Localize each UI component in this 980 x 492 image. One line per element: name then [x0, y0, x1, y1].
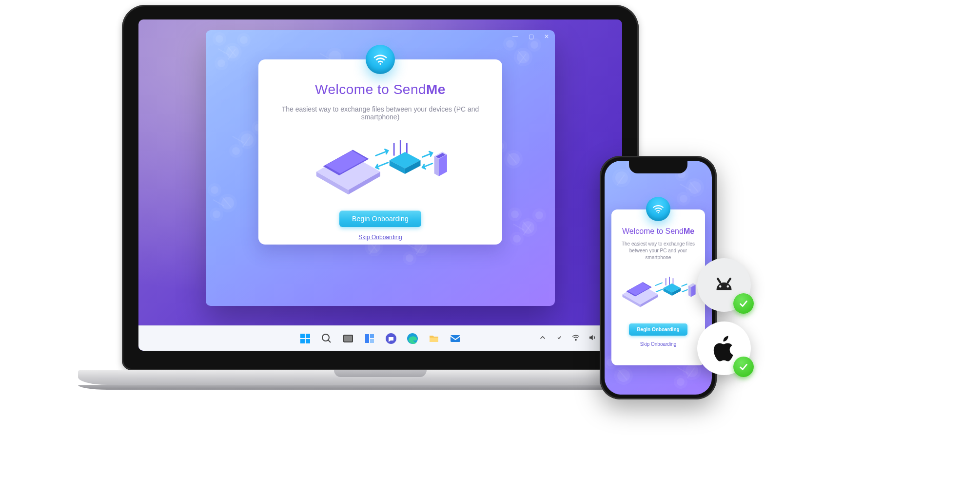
phone-screen: Welcome to SendMe The easiest way to exc…	[605, 161, 712, 395]
chat-icon[interactable]	[385, 332, 397, 345]
brand-thin: Send	[666, 227, 684, 235]
sendme-desktop-window: — ▢ ✕	[206, 30, 555, 306]
welcome-heading: Welcome to SendMe	[271, 82, 490, 97]
welcome-subtitle-mobile: The easiest way to exchange files betwee…	[617, 241, 699, 261]
svg-rect-26	[365, 334, 369, 343]
laptop-foot	[78, 385, 683, 390]
svg-rect-25	[344, 335, 353, 342]
svg-marker-15	[434, 156, 439, 176]
file-explorer-icon[interactable]	[428, 332, 440, 345]
laptop-screen: — ▢ ✕	[138, 19, 622, 351]
svg-rect-28	[370, 339, 374, 343]
task-view-icon[interactable]	[342, 332, 354, 345]
android-supported-badge	[697, 258, 751, 312]
onedrive-icon[interactable]	[555, 333, 564, 343]
heading-prefix: Welcome to	[622, 227, 666, 235]
svg-rect-32	[451, 335, 460, 342]
phone-notch	[629, 161, 687, 173]
wifi-tray-icon[interactable]	[571, 333, 580, 343]
svg-rect-27	[370, 334, 374, 338]
svg-point-22	[322, 334, 329, 341]
onboarding-card-mobile: Welcome to SendMe The easiest way to exc…	[611, 209, 705, 365]
svg-point-53	[726, 285, 729, 288]
start-icon[interactable]	[299, 332, 312, 345]
windows-taskbar	[138, 325, 622, 351]
laptop-lid: — ▢ ✕	[122, 5, 639, 370]
svg-rect-19	[306, 334, 310, 338]
window-maximize-button[interactable]: ▢	[527, 33, 535, 40]
svg-marker-50	[688, 285, 691, 297]
brand-bold: Me	[684, 227, 694, 235]
begin-onboarding-button-mobile[interactable]: Begin Onboarding	[629, 323, 687, 336]
svg-rect-21	[306, 339, 310, 343]
skip-onboarding-link-mobile[interactable]: Skip Onboarding	[617, 341, 699, 347]
transfer-illustration	[271, 131, 490, 204]
search-icon[interactable]	[320, 332, 333, 345]
tray-chevron-icon[interactable]	[538, 333, 547, 343]
check-icon	[733, 293, 754, 314]
wifi-icon	[366, 45, 395, 74]
svg-rect-20	[300, 339, 305, 343]
window-minimize-button[interactable]: —	[511, 33, 520, 40]
heading-prefix: Welcome to	[315, 82, 393, 97]
brand-bold: Me	[426, 82, 446, 97]
svg-line-55	[728, 279, 730, 283]
svg-point-52	[719, 285, 722, 288]
window-close-button[interactable]: ✕	[542, 33, 551, 40]
mail-icon[interactable]	[449, 332, 462, 345]
edge-icon[interactable]	[406, 332, 419, 345]
transfer-illustration-mobile	[617, 265, 699, 319]
welcome-subtitle: The easiest way to exchange files betwee…	[271, 105, 490, 121]
svg-point-37	[658, 212, 659, 213]
widgets-icon[interactable]	[363, 332, 376, 345]
laptop-mockup: — ▢ ✕	[122, 5, 639, 390]
brand-thin: Send	[393, 82, 426, 97]
svg-rect-31	[430, 338, 438, 342]
window-controls: — ▢ ✕	[511, 33, 551, 40]
wifi-icon	[646, 197, 670, 221]
sound-icon[interactable]	[588, 333, 597, 343]
onboarding-card: Welcome to SendMe The easiest way to exc…	[258, 59, 502, 245]
desktop-area: — ▢ ✕	[138, 19, 622, 325]
check-icon	[733, 357, 754, 377]
svg-point-0	[379, 63, 381, 65]
skip-onboarding-link[interactable]: Skip Onboarding	[271, 234, 490, 241]
svg-line-23	[328, 340, 331, 342]
svg-line-54	[718, 279, 720, 283]
svg-rect-18	[300, 334, 305, 338]
laptop-hinge	[78, 370, 683, 385]
welcome-heading-mobile: Welcome to SendMe	[617, 227, 699, 236]
apple-supported-badge	[697, 322, 751, 375]
svg-point-33	[575, 339, 576, 340]
taskbar-pinned-apps	[299, 332, 462, 345]
begin-onboarding-button[interactable]: Begin Onboarding	[339, 210, 421, 227]
